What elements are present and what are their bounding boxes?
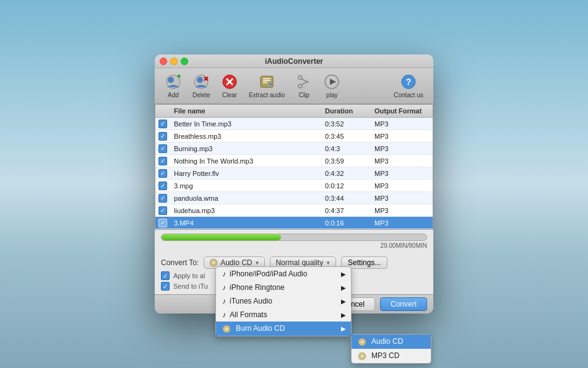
menu-item-label: All Formats	[230, 310, 267, 319]
row-checkbox[interactable]: ✓	[155, 180, 170, 191]
convert-label: Convert To:	[161, 258, 199, 267]
progress-bar-bg	[161, 234, 427, 241]
clear-icon	[221, 73, 238, 90]
play-label: play	[326, 92, 337, 99]
table-row[interactable]: ✓ Nothing In The World.mp3 0:3:59 MP3	[155, 155, 433, 167]
close-button[interactable]	[160, 58, 167, 65]
menu-item-itunes[interactable]: ♪ iTunes Audio ▶	[216, 294, 351, 308]
contact-button[interactable]: ? Contact us	[390, 71, 427, 100]
table-row[interactable]: ✓ Burning.mp3 0:4:3 MP3	[155, 142, 433, 155]
play-icon	[323, 73, 340, 90]
convert-button[interactable]: Convert	[380, 297, 427, 311]
row-duration: 0:4:37	[321, 206, 371, 216]
header-check	[155, 106, 170, 116]
row-duration: 0:4:32	[321, 169, 371, 178]
apply-checkbox[interactable]: ✓	[161, 271, 170, 280]
row-checkbox[interactable]: ✓	[155, 217, 170, 229]
add-button[interactable]: Add	[161, 71, 186, 100]
row-format: MP3	[371, 119, 433, 129]
row-format: MP3	[371, 181, 433, 191]
row-duration: 0:3:44	[321, 193, 371, 203]
submenu-item-label: MP3 CD	[371, 351, 399, 360]
progress-bar-fill	[162, 234, 281, 240]
extract-icon	[258, 73, 275, 90]
row-checkbox[interactable]: ✓	[155, 156, 170, 167]
svg-point-26	[212, 261, 215, 264]
row-filename: Harry Potter.flv	[170, 169, 321, 178]
clear-label: Clear	[222, 92, 237, 99]
clip-label: Clip	[299, 92, 309, 99]
minimize-button[interactable]	[170, 58, 178, 65]
row-format: MP3	[371, 156, 433, 166]
submenu-item-audio-cd[interactable]: Audio CD	[352, 335, 431, 349]
table-row-selected[interactable]: ✓ 3.MP4 0:0:16 MP3	[155, 217, 433, 229]
menu-item-label: Burn Audio CD	[236, 324, 285, 333]
disc-icon	[209, 258, 218, 267]
header-filename: File name	[170, 106, 321, 116]
quality-value: Normal quality	[275, 258, 323, 267]
table-row[interactable]: ✓ 3.mpg 0:0:12 MP3	[155, 180, 433, 192]
maximize-button[interactable]	[181, 58, 188, 65]
table-row[interactable]: ✓ Harry Potter.flv 0:4:32 MP3	[155, 167, 433, 180]
svg-marker-21	[330, 79, 336, 85]
svg-text:?: ?	[406, 77, 412, 87]
submenu-item-label: Audio CD	[371, 337, 403, 346]
progress-area: 29.00MIN/80MIN	[155, 230, 433, 253]
submenu-arrow-icon: ▶	[341, 271, 346, 278]
note-icon: ♪	[222, 269, 226, 278]
row-duration: 0:3:59	[321, 156, 371, 166]
table-row[interactable]: ✓ Breathless.mp3 0:3:45 MP3	[155, 130, 433, 142]
menu-item-iphone-ringtone[interactable]: ♪ iPhone Ringtone ▶	[216, 281, 351, 294]
row-checkbox[interactable]: ✓	[155, 168, 170, 179]
clip-icon	[295, 73, 313, 90]
apply-text: Apply to al	[173, 272, 205, 279]
row-checkbox[interactable]: ✓	[155, 143, 170, 154]
submenu-item-mp3-cd[interactable]: MP3 CD	[352, 349, 431, 363]
extract-label: Extract audio	[249, 92, 285, 99]
table-row[interactable]: ✓ Better In Time.mp3 0:3:52 MP3	[155, 118, 433, 130]
row-format: MP3	[371, 144, 433, 154]
menu-item-iphone-ipod[interactable]: ♪ iPhone/iPod/iPad Audio ▶	[216, 267, 351, 281]
dropdown-arrow-icon: ▼	[255, 260, 260, 266]
burn-cd-submenu: Audio CD MP3 CD	[351, 334, 431, 364]
menu-item-all-formats[interactable]: ♪ All Formats ▶	[216, 308, 351, 322]
disc-icon	[222, 324, 232, 333]
traffic-lights	[160, 58, 188, 65]
svg-point-1	[168, 77, 174, 83]
send-checkbox[interactable]: ✓	[161, 282, 170, 291]
table-row[interactable]: ✓ panduola.wma 0:3:44 MP3	[155, 192, 433, 204]
menu-item-burn-cd[interactable]: Burn Audio CD ▶	[216, 322, 351, 336]
note-icon: ♪	[222, 297, 226, 305]
menu-item-label: iPhone Ringtone	[230, 283, 285, 292]
row-filename: panduola.wma	[170, 193, 321, 203]
row-filename: 3.mpg	[170, 181, 321, 191]
row-checkbox[interactable]: ✓	[155, 193, 170, 204]
toolbar: Add Delete Clear	[155, 68, 433, 104]
row-filename: 3.MP4	[170, 218, 321, 228]
row-filename: Nothing In The World.mp3	[170, 156, 321, 166]
row-format: MP3	[371, 169, 433, 178]
progress-text: 29.00MIN/80MIN	[161, 242, 427, 249]
svg-rect-11	[261, 76, 273, 87]
row-checkbox[interactable]: ✓	[155, 205, 170, 216]
delete-button[interactable]: Delete	[189, 71, 214, 100]
submenu-arrow-icon: ▶	[341, 325, 346, 332]
header-format: Output Format	[371, 106, 433, 116]
svg-line-19	[301, 81, 308, 85]
disc-icon	[358, 351, 368, 361]
add-icon	[165, 73, 182, 90]
extract-button[interactable]: Extract audio	[245, 71, 288, 100]
svg-point-5	[197, 77, 203, 83]
row-format: MP3	[371, 131, 433, 141]
menu-item-label: iTunes Audio	[230, 297, 272, 305]
row-checkbox[interactable]: ✓	[155, 131, 170, 142]
titlebar: iAudioConverter	[155, 55, 433, 68]
row-checkbox[interactable]: ✓	[155, 118, 170, 129]
play-button[interactable]: play	[319, 71, 344, 100]
disc-icon	[358, 337, 368, 346]
table-row[interactable]: ✓ liudehua.mp3 0:4:37 MP3	[155, 204, 433, 217]
row-duration: 0:0:12	[321, 181, 371, 191]
menu-item-label: iPhone/iPod/iPad Audio	[230, 269, 307, 278]
clear-button[interactable]: Clear	[217, 71, 242, 100]
clip-button[interactable]: Clip	[292, 71, 316, 100]
